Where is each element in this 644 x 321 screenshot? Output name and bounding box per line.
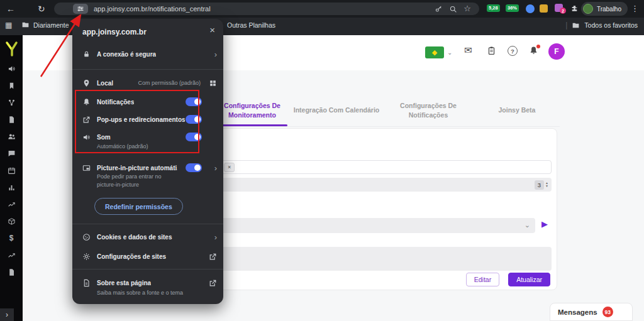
site-info-button[interactable] (73, 4, 88, 14)
tab-integracao-calendario[interactable]: Integração Com Calendário (291, 94, 382, 126)
update-button[interactable]: Atualizar (508, 273, 550, 286)
number-stepper[interactable]: 3 ▴ ▾ (535, 180, 548, 190)
message-textarea[interactable] (221, 247, 552, 271)
tab-configuracoes-monitoramento[interactable]: Configurações De Monitoramento (214, 94, 291, 126)
chevron-right-icon[interactable]: › (214, 164, 217, 172)
popup-site-title: app.joinsy.com.br (82, 28, 147, 36)
back-icon[interactable]: ← (6, 3, 15, 14)
messages-count-badge: 93 (602, 307, 613, 317)
settings-tabs: Configurações De Monitoramento Integraçã… (214, 94, 560, 127)
mail-icon[interactable]: ✉ (464, 45, 472, 56)
edit-button[interactable]: Editar (466, 273, 499, 286)
chevron-down-icon: ⌄ (447, 49, 452, 56)
chevron-right-icon: › (214, 233, 217, 241)
chevron-down-icon: ⌄ (525, 221, 530, 229)
form-actions: Editar Atualizar (466, 273, 550, 286)
tab-configuracoes-notificacoes[interactable]: Configurações De Notificações (382, 94, 474, 126)
pip-permission-row: Picture-in-picture automáti... › (82, 161, 217, 174)
bookmark-star-icon[interactable]: ☆ (464, 4, 471, 13)
extension-percent-badge[interactable]: 36% (506, 4, 519, 12)
extension-blue-icon[interactable] (526, 4, 535, 13)
tag-chip[interactable]: × (224, 163, 235, 172)
folder-icon (572, 21, 580, 30)
chip-close-icon[interactable]: × (228, 164, 231, 170)
package-icon[interactable] (8, 217, 16, 226)
bookmark-folder-outras-planilhas[interactable]: Outras Planilhas (215, 21, 275, 29)
popups-toggle[interactable] (186, 115, 202, 124)
external-link-icon (209, 253, 217, 261)
embedded-content-icon (209, 79, 217, 87)
tags-input[interactable]: × (221, 160, 552, 174)
brazil-flag-icon: ◆ (425, 46, 444, 58)
about-page-label: Sobre esta página (97, 280, 151, 286)
bookmark-icon[interactable] (8, 82, 16, 90)
browser-toolbar: ← ↻ app.joinsy.com.br/notifications_cent… (0, 0, 644, 18)
popup-redirect-icon (82, 116, 91, 124)
connection-secure-row[interactable]: A conexão é segura › (82, 48, 217, 60)
extension-rate-badge[interactable]: 5,28 (487, 4, 500, 12)
select-dropdown[interactable]: ⌄ (221, 218, 535, 233)
password-key-icon[interactable] (435, 5, 443, 13)
extensions-puzzle-icon[interactable] (570, 4, 579, 13)
extension-yellow-icon[interactable] (540, 4, 548, 13)
chat-icon[interactable] (8, 150, 16, 158)
dollar-icon[interactable]: $ (9, 234, 14, 242)
document-icon[interactable] (8, 116, 16, 124)
overflow-menu-icon[interactable]: ⋮ (631, 3, 639, 14)
notifications-toggle[interactable] (186, 97, 202, 106)
close-icon[interactable]: × (209, 24, 215, 35)
refresh-icon[interactable]: ↻ (38, 3, 45, 14)
popups-permission-row: Pop-ups e redirecionamentos (82, 113, 217, 126)
joinsy-logo[interactable] (4, 41, 18, 57)
line-chart-icon[interactable] (8, 200, 16, 209)
language-selector[interactable]: ◆ ⌄ (425, 46, 452, 58)
sound-sub-label: Automático (padrão) (97, 143, 148, 150)
number-input[interactable]: 3 ▴ ▾ (221, 178, 552, 192)
address-bar[interactable]: app.joinsy.com.br/notifications_central … (54, 3, 479, 15)
messages-label: Mensagens (558, 308, 597, 316)
tab-joinsy-beta[interactable]: Joinsy Beta (474, 94, 560, 126)
play-button[interactable]: ▶ (541, 220, 548, 228)
calendar-icon[interactable] (8, 166, 16, 175)
extension-count-badge: 2 (560, 8, 566, 14)
sidebar-expand-button[interactable]: › (0, 308, 14, 321)
sound-label: Som (97, 134, 111, 141)
tab-label: Configurações De Notificações (395, 101, 462, 119)
settings-form-card: × 3 ▴ ▾ ⌄ ▶ Editar Atualizar (214, 128, 557, 290)
bar-chart-icon[interactable] (8, 183, 16, 192)
pip-toggle[interactable] (186, 163, 202, 172)
hierarchy-icon[interactable] (8, 99, 16, 107)
sound-toggle[interactable] (186, 133, 202, 141)
bookmark-folder-diariamente[interactable]: Diariamente (21, 21, 69, 29)
notifications-label: Notificações (97, 99, 134, 106)
all-bookmarks-button[interactable]: | Todos os favoritos (565, 21, 638, 30)
help-icon[interactable]: ? (508, 46, 518, 56)
file-icon[interactable] (8, 268, 16, 276)
spinner-down-icon[interactable]: ▾ (546, 185, 548, 188)
pip-sub-line2: picture-in-picture (97, 182, 139, 188)
profile-avatar (583, 4, 593, 14)
people-icon[interactable] (8, 133, 16, 141)
location-permission-row[interactable]: Local Com permissão (padrão) (82, 77, 217, 89)
pip-label: Picture-in-picture automáti... (97, 165, 177, 171)
screen: ← ↻ app.joinsy.com.br/notifications_cent… (0, 0, 644, 321)
all-bookmarks-label: Todos os favoritos (584, 21, 638, 29)
url-text[interactable]: app.joinsy.com.br/notifications_central (94, 5, 211, 13)
cookies-row[interactable]: Cookies e dados de sites › (82, 231, 217, 243)
tab-label: Configurações De Monitoramento (214, 101, 291, 119)
reset-permissions-button[interactable]: Redefinir permissões (94, 198, 183, 215)
messages-panel[interactable]: Mensagens 93 (550, 303, 633, 321)
question-glyph: ? (511, 48, 514, 55)
user-avatar[interactable]: F (548, 43, 565, 60)
site-settings-row[interactable]: Configurações de sites (82, 250, 217, 263)
about-page-row[interactable]: Sobre esta página (82, 276, 217, 289)
trend-icon[interactable] (8, 251, 16, 259)
zoom-search-icon[interactable] (449, 5, 457, 13)
cookies-icon (82, 233, 91, 241)
profile-chip[interactable]: Trabalho (581, 2, 628, 16)
megaphone-icon[interactable] (8, 65, 16, 73)
active-tab-underline (217, 124, 287, 126)
clipboard-icon[interactable] (487, 46, 496, 55)
external-link-icon (209, 279, 217, 287)
apps-grid-icon[interactable]: ▦ (5, 21, 12, 29)
